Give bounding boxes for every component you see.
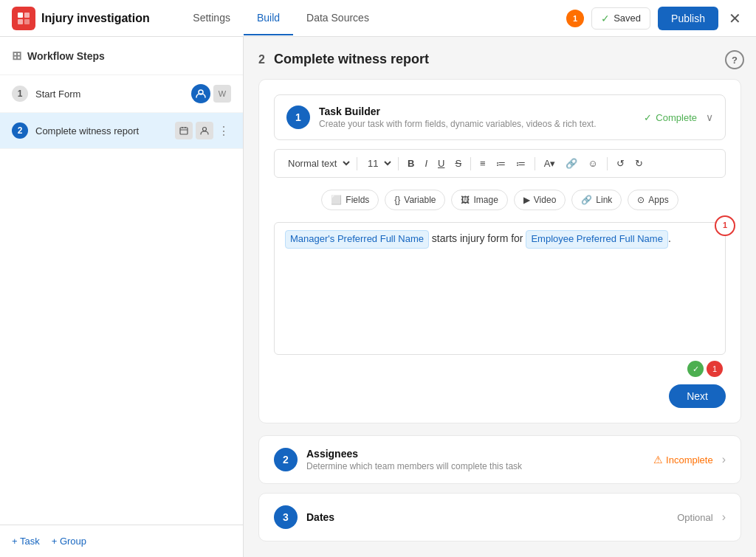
content-area: 2 Complete witness report 1 Task Builder… [244, 37, 756, 557]
variable-button[interactable]: {} Variable [385, 190, 445, 210]
help-button[interactable]: ? [725, 50, 744, 69]
header-right: 1 ✓ Saved Publish ✕ [566, 7, 744, 30]
check-icon: ✓ [601, 13, 610, 24]
app-title: Injury investigation [41, 12, 150, 25]
svg-rect-2 [18, 19, 23, 24]
apps-icon: ⊙ [637, 195, 645, 205]
workflow-step-1[interactable]: 1 Start Form W [0, 75, 243, 113]
task-complete-status: ✓ Complete [644, 112, 697, 123]
link-button[interactable]: 🔗 Link [571, 190, 622, 210]
redo-button[interactable]: ↻ [630, 155, 647, 172]
link-icon: 🔗 [581, 195, 592, 205]
nav-data-sources[interactable]: Data Sources [293, 1, 382, 35]
step-label-1: Start Form [35, 89, 184, 100]
add-group-button[interactable]: + Group [52, 536, 86, 547]
video-icon: ▶ [523, 195, 530, 205]
variable-icon: {} [394, 195, 400, 205]
text-style-select[interactable]: Normal text [282, 154, 352, 173]
assignees-title: Assignees [306, 448, 645, 460]
toolbar-divider-2 [398, 157, 399, 170]
font-size-select[interactable]: 11 [362, 154, 394, 173]
image-icon: 🖼 [461, 195, 470, 205]
align-button[interactable]: ≡ [475, 155, 490, 172]
editor-body[interactable]: Manager's Preferred Full Name starts inj… [274, 222, 726, 355]
assignees-section[interactable]: 2 Assignees Determine which team members… [258, 435, 741, 484]
undo-button[interactable]: ↺ [612, 155, 629, 172]
workflow-icon: ⊞ [12, 49, 21, 63]
step-2-actions: ⋮ [175, 122, 231, 139]
toolbar-divider-1 [357, 157, 357, 170]
svg-rect-0 [18, 13, 23, 18]
toolbar-divider-3 [470, 157, 471, 170]
assignees-subtitle: Determine which team members will comple… [306, 461, 645, 471]
toolbar-divider-4 [535, 157, 535, 170]
assignees-circle: 2 [274, 448, 298, 471]
warning-icon: ⚠ [653, 454, 663, 466]
task-builder-title: Task Builder [319, 105, 635, 117]
step-2-person-icon[interactable] [196, 122, 213, 139]
dates-chevron[interactable]: › [722, 511, 726, 524]
bold-button[interactable]: B [403, 155, 419, 172]
workflow-step-2[interactable]: 2 Complete witness report ⋮ [0, 113, 243, 149]
text-color-button[interactable]: A▾ [540, 155, 560, 172]
emoji-button[interactable]: ☺ [583, 155, 602, 172]
assignees-info: Assignees Determine which team members w… [306, 448, 645, 471]
apps-button[interactable]: ⊙ Apps [628, 190, 678, 210]
video-button[interactable]: ▶ Video [514, 190, 566, 210]
insert-toolbar: ⬜ Fields {} Variable 🖼 Image ▶ Video 🔗 [274, 184, 726, 216]
list-button[interactable]: ≔ [492, 155, 510, 172]
step-1-assign-icon[interactable] [191, 84, 210, 103]
step-1-extra-icon: W [213, 85, 231, 103]
ordered-list-button[interactable]: ≔ [512, 155, 530, 172]
section-number: 2 [258, 53, 265, 66]
app-logo: Injury investigation [12, 7, 150, 30]
add-task-button[interactable]: + Task [12, 536, 40, 547]
step-1-actions: W [191, 84, 231, 103]
image-button[interactable]: 🖼 Image [451, 190, 507, 210]
main-nav: Settings Build Data Sources [179, 1, 382, 35]
red-count-badge: 1 [707, 361, 723, 377]
italic-button[interactable]: I [420, 155, 432, 172]
nav-settings[interactable]: Settings [179, 1, 244, 35]
publish-button[interactable]: Publish [658, 7, 718, 30]
dates-title: Dates [306, 511, 668, 523]
complete-label: Complete [656, 112, 697, 123]
toolbar-divider-5 [607, 157, 608, 170]
comment-badge[interactable]: 1 [715, 215, 735, 236]
link-toolbar-button[interactable]: 🔗 [561, 155, 582, 172]
step-2-more-icon[interactable]: ⋮ [216, 124, 231, 138]
sidebar-header: ⊞ Workflow Steps [0, 37, 243, 75]
editor-text: starts injury form for [429, 232, 526, 244]
optional-badge: Optional [677, 512, 712, 523]
nav-build[interactable]: Build [244, 1, 293, 35]
dates-info: Dates [306, 511, 668, 523]
next-btn-row: Next [274, 377, 726, 408]
fields-button[interactable]: ⬜ Fields [321, 190, 379, 210]
complete-check-icon: ✓ [644, 112, 652, 123]
step-2-calendar-icon[interactable] [175, 122, 193, 139]
optional-label: Optional [677, 512, 712, 523]
assignees-chevron[interactable]: › [722, 453, 726, 466]
sidebar: ⊞ Workflow Steps 1 Start Form W 2 Comple… [0, 37, 244, 557]
strikethrough-button[interactable]: S [450, 155, 466, 172]
saved-indicator: ✓ Saved [591, 7, 650, 30]
svg-rect-3 [24, 19, 30, 24]
close-button[interactable]: ✕ [726, 7, 744, 30]
header: Injury investigation Settings Build Data… [0, 0, 756, 37]
dates-section[interactable]: 3 Dates Optional › [258, 493, 741, 542]
step-number-2: 2 [12, 122, 28, 139]
main-layout: ⊞ Workflow Steps 1 Start Form W 2 Comple… [0, 37, 756, 557]
variable-chip-2: Employee Preferred Full Name [526, 230, 667, 249]
task-builder-chevron[interactable]: ∨ [706, 111, 713, 123]
sidebar-heading: Workflow Steps [27, 50, 105, 62]
next-button[interactable]: Next [669, 384, 726, 408]
sidebar-footer: + Task + Group [0, 525, 243, 557]
logo-icon [12, 7, 35, 30]
task-num-circle: 1 [286, 105, 310, 129]
incomplete-badge: ⚠ Incomplete [653, 454, 713, 466]
svg-point-6 [203, 128, 207, 131]
underline-button[interactable]: U [433, 155, 449, 172]
dates-circle: 3 [274, 505, 298, 529]
task-builder-subtitle: Create your task with form fields, dynam… [319, 119, 635, 129]
task-builder-card: 1 Task Builder Create your task with for… [258, 79, 741, 423]
